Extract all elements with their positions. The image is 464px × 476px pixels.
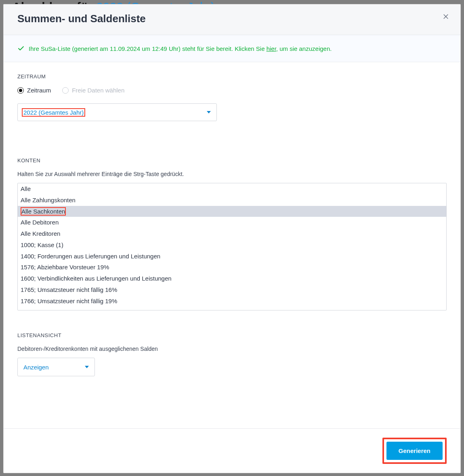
chevron-down-icon bbox=[85, 366, 89, 368]
list-item[interactable]: 1766; Umsatzsteuer nicht fällig 19% bbox=[18, 296, 446, 307]
konten-label: KONTEN bbox=[17, 157, 447, 164]
list-item[interactable]: 1775; Umsatzsteuer 16% bbox=[18, 306, 446, 310]
zeitraum-label: ZEITRAUM bbox=[17, 73, 447, 80]
close-icon[interactable] bbox=[440, 11, 451, 22]
susa-modal: Summen- und Saldenliste Ihre SuSa-Liste … bbox=[3, 4, 461, 473]
listenansicht-value: Anzeigen bbox=[23, 364, 49, 371]
zeitraum-radio-group: Zeitraum Freie Daten wählen bbox=[17, 87, 447, 94]
success-link[interactable]: hier bbox=[267, 45, 276, 52]
form-body: ZEITRAUM Zeitraum Freie Daten wählen 202… bbox=[4, 62, 460, 428]
list-item[interactable]: Alle bbox=[18, 183, 446, 195]
success-banner: Ihre SuSa-Liste (generiert am 11.09.2024… bbox=[4, 35, 460, 62]
list-item[interactable]: 1400; Forderungen aus Lieferungen und Le… bbox=[18, 251, 446, 262]
list-item[interactable]: 1576; Abziehbare Vorsteuer 19% bbox=[18, 262, 446, 273]
modal-title: Summen- und Saldenliste bbox=[17, 13, 447, 25]
listenansicht-select[interactable]: Anzeigen bbox=[17, 358, 95, 376]
list-item[interactable]: 1765; Umsatzsteuer nicht fällig 16% bbox=[18, 284, 446, 296]
success-text: Ihre SuSa-Liste (generiert am 11.09.2024… bbox=[29, 45, 332, 52]
modal-footer: Generieren bbox=[4, 428, 460, 473]
list-item[interactable]: 1000; Kasse (1) bbox=[18, 239, 446, 251]
radio-zeitraum[interactable]: Zeitraum bbox=[17, 87, 51, 94]
list-item[interactable]: Alle Debitoren bbox=[18, 217, 446, 228]
konten-help: Halten Sie zur Auswahl mehrerer Einträge… bbox=[17, 171, 447, 177]
list-item[interactable]: 1600; Verbindlichkeiten aus Lieferungen … bbox=[18, 273, 446, 284]
chevron-down-icon bbox=[207, 111, 211, 113]
list-item[interactable]: Alle Zahlungskonten bbox=[18, 195, 446, 206]
zeitraum-select[interactable]: 2022 (Gesamtes Jahr) bbox=[17, 103, 217, 121]
generate-highlight: Generieren bbox=[382, 438, 447, 464]
listenansicht-label: LISTENANSICHT bbox=[17, 332, 447, 338]
listenansicht-sub: Debitoren-/Kreditorenkonten mit ausgegli… bbox=[17, 346, 447, 352]
list-item[interactable]: Alle Sachkonten bbox=[18, 206, 446, 217]
generate-button[interactable]: Generieren bbox=[386, 442, 443, 460]
zeitraum-select-value: 2022 (Gesamtes Jahr) bbox=[22, 108, 85, 117]
modal-header: Summen- und Saldenliste bbox=[4, 4, 460, 35]
list-item[interactable]: Alle Kreditoren bbox=[18, 228, 446, 239]
radio-icon-unchecked bbox=[62, 87, 69, 94]
konten-list-scroll[interactable]: AlleAlle ZahlungskontenAlle SachkontenAl… bbox=[18, 183, 446, 310]
radio-icon-checked bbox=[17, 87, 24, 94]
check-icon bbox=[17, 45, 25, 52]
konten-listbox: AlleAlle ZahlungskontenAlle SachkontenAl… bbox=[17, 183, 447, 310]
radio-freie-daten[interactable]: Freie Daten wählen bbox=[62, 87, 124, 94]
